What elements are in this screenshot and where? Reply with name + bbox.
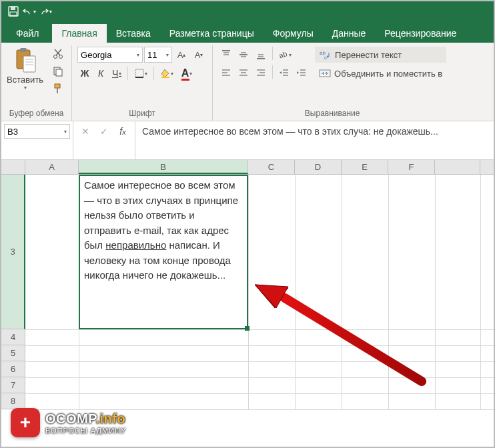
enter-formula-button[interactable]: ✓ <box>97 124 111 139</box>
svg-point-9 <box>54 55 57 59</box>
row-header-7[interactable]: 7 <box>1 377 25 393</box>
decrease-indent-button[interactable] <box>276 65 292 81</box>
group-font: Georgia▾ 11▾ A▴ A▾ Ж К Ч▾ ▾ ▾ <box>72 45 213 121</box>
increase-indent-button[interactable] <box>294 65 310 81</box>
name-box-value: B3 <box>7 127 18 137</box>
svg-text:ab: ab <box>278 49 288 59</box>
name-box[interactable]: B3▾ <box>1 121 73 159</box>
column-header-d[interactable]: D <box>295 160 342 174</box>
svg-rect-14 <box>56 69 62 76</box>
ribbon: Вставить ▾ Буфер обмена Georgia▾ <box>1 43 494 121</box>
font-size-dropdown[interactable]: 11▾ <box>144 47 172 63</box>
borders-button[interactable]: ▾ <box>131 65 150 81</box>
font-color-button[interactable]: А▾ <box>177 65 196 81</box>
merge-icon <box>319 68 331 79</box>
select-all-corner[interactable] <box>1 160 25 174</box>
tab-layout[interactable]: Разметка страницы <box>160 24 264 43</box>
tab-insert[interactable]: Вставка <box>107 24 160 43</box>
svg-rect-17 <box>135 69 143 77</box>
wrap-text-icon: abc <box>320 49 332 60</box>
tab-review[interactable]: Рецензирование <box>375 24 466 43</box>
font-group-label: Шрифт <box>77 107 207 121</box>
paste-icon <box>13 47 38 75</box>
wrap-text-label: Перенести текст <box>335 50 402 60</box>
paste-button[interactable]: Вставить ▾ <box>7 47 47 107</box>
tab-file[interactable]: Файл <box>7 24 52 43</box>
undo-icon[interactable]: ▾ <box>23 5 36 18</box>
column-header-c[interactable]: C <box>248 160 295 174</box>
align-left-button[interactable] <box>218 65 234 81</box>
cell-b3[interactable]: Самое интересное во всем этом — что в эт… <box>79 175 248 329</box>
increase-font-button[interactable]: A▴ <box>173 47 189 63</box>
watermark-logo: + OCOMP.info ВОПРОСЫ АДМИНУ <box>11 408 126 437</box>
column-header-a[interactable]: A <box>25 160 79 174</box>
svg-rect-16 <box>57 88 58 93</box>
row-header-5[interactable]: 5 <box>1 345 25 361</box>
redo-icon[interactable]: ▾ <box>39 5 52 18</box>
align-top-button[interactable] <box>218 47 234 63</box>
cells-area[interactable]: Самое интересное во всем этом — что в эт… <box>25 175 494 409</box>
svg-rect-19 <box>161 77 169 78</box>
row-header-3[interactable]: 3 <box>1 175 25 329</box>
format-painter-button[interactable] <box>50 81 66 96</box>
ribbon-tabs: Файл Главная Вставка Разметка страницы Ф… <box>1 21 494 43</box>
formula-bar: B3▾ ✕ ✓ fx Самое интересное во всем этом… <box>1 121 494 160</box>
bold-button[interactable]: Ж <box>77 65 92 81</box>
column-header-g[interactable] <box>435 160 480 174</box>
font-size-value: 11 <box>147 50 157 60</box>
save-icon[interactable] <box>7 5 20 18</box>
svg-rect-15 <box>55 84 60 88</box>
svg-rect-4 <box>20 48 27 52</box>
quick-access-toolbar: ▾ ▾ <box>1 1 494 21</box>
wrap-text-button[interactable]: abc Перенести текст <box>315 47 446 63</box>
cut-button[interactable] <box>50 47 66 61</box>
cancel-formula-button[interactable]: ✕ <box>79 124 92 139</box>
svg-rect-5 <box>23 56 35 72</box>
svg-rect-47 <box>320 70 330 77</box>
row-header-6[interactable]: 6 <box>1 361 25 377</box>
align-bottom-button[interactable] <box>253 47 269 63</box>
align-right-button[interactable] <box>253 65 269 81</box>
decrease-font-button[interactable]: A▾ <box>191 47 207 63</box>
cell-b3-text-under: неправильно <box>105 239 166 251</box>
merge-label: Объединить и поместить в <box>334 69 442 79</box>
clipboard-group-label: Буфер обмена <box>7 107 66 121</box>
row-header-4[interactable]: 4 <box>1 329 25 345</box>
logo-badge: + <box>11 408 40 437</box>
merge-center-button[interactable]: Объединить и поместить в <box>315 65 446 81</box>
insert-function-button[interactable]: fx <box>116 124 129 139</box>
formula-text[interactable]: Самое интересное во всем этом — что в эт… <box>135 121 494 159</box>
font-name-dropdown[interactable]: Georgia▾ <box>77 47 143 63</box>
svg-rect-2 <box>10 12 17 15</box>
fill-handle[interactable] <box>245 326 250 331</box>
svg-rect-1 <box>11 7 15 10</box>
column-header-e[interactable]: E <box>342 160 388 174</box>
svg-text:c: c <box>324 55 327 60</box>
copy-button[interactable] <box>50 64 66 79</box>
fill-color-button[interactable]: ▾ <box>157 65 176 81</box>
row-header-8[interactable]: 8 <box>1 393 25 409</box>
tab-data[interactable]: Данные <box>323 24 376 43</box>
paste-label: Вставить <box>7 75 43 85</box>
italic-button[interactable]: К <box>93 65 108 81</box>
underline-button[interactable]: Ч▾ <box>109 65 124 81</box>
align-center-button[interactable] <box>235 65 252 81</box>
group-alignment: ab▾ abc Перенести текст О <box>213 45 452 121</box>
tab-home[interactable]: Главная <box>52 24 106 43</box>
svg-point-10 <box>59 55 63 59</box>
column-header-b[interactable]: B <box>79 160 248 174</box>
orientation-button[interactable]: ab▾ <box>276 47 292 63</box>
font-name-value: Georgia <box>81 50 111 60</box>
tab-formulas[interactable]: Формулы <box>264 24 323 43</box>
alignment-group-label: Выравнивание <box>218 107 446 121</box>
spreadsheet-grid: A B C D E F 3 4 5 6 7 8 <box>1 160 494 409</box>
align-middle-button[interactable] <box>235 47 252 63</box>
logo-main: OCOMP.info <box>45 411 126 427</box>
column-header-f[interactable]: F <box>388 160 435 174</box>
group-clipboard: Вставить ▾ Буфер обмена <box>1 45 72 121</box>
logo-sub: ВОПРОСЫ АДМИНУ <box>45 427 126 435</box>
